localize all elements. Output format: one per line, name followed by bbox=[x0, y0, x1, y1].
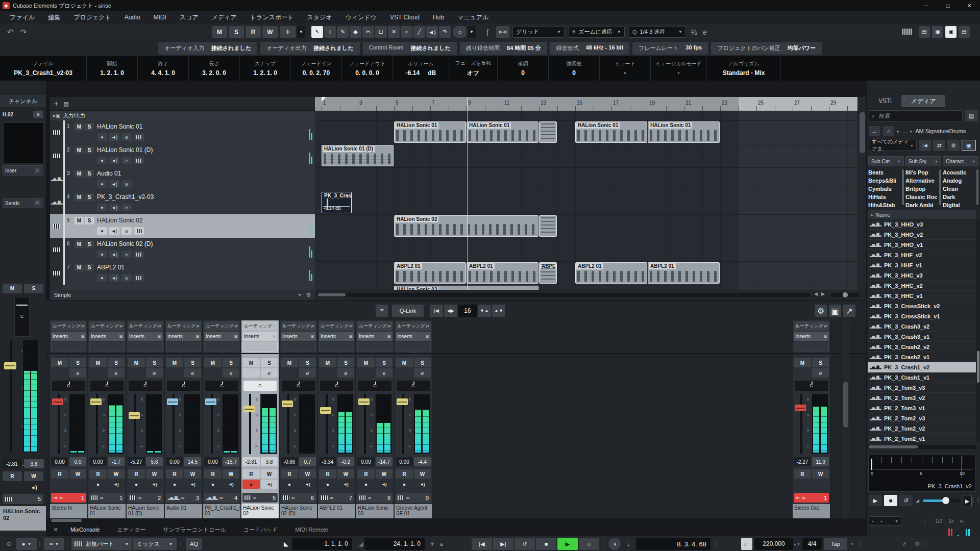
write-button[interactable]: W bbox=[24, 471, 43, 481]
info-field-8[interactable]: フェーズを反転オフ bbox=[449, 56, 498, 81]
scroll-right-icon[interactable]: ▶ bbox=[821, 291, 825, 296]
routing-rack[interactable]: ルーティング⇄ bbox=[396, 321, 431, 331]
strip-record-button[interactable]: ● bbox=[396, 480, 413, 489]
mixer-gear-icon[interactable]: ⚙ bbox=[815, 305, 827, 317]
strip-pan-control[interactable]: C bbox=[320, 381, 353, 391]
go-first-icon[interactable]: |◀ bbox=[430, 305, 443, 317]
menu-item-4[interactable]: MIDI bbox=[147, 11, 173, 23]
media-file-row[interactable]: ▂▅▂▇▂PK_3_CrossStick_v1 bbox=[868, 311, 976, 321]
snap-zero-cross-icon[interactable]: ʃ bbox=[482, 26, 493, 38]
instrument-button[interactable] bbox=[134, 227, 144, 235]
menu-item-8[interactable]: スタジオ bbox=[301, 11, 339, 23]
monitor-button[interactable]: ◄) bbox=[109, 204, 119, 211]
record-enable-button[interactable]: ● bbox=[97, 133, 107, 141]
instrument-button[interactable] bbox=[134, 251, 144, 258]
filter-item[interactable]: Beats bbox=[868, 168, 904, 177]
tempo-value[interactable]: 220.000 bbox=[754, 538, 793, 550]
midi-event[interactable]: HALion Sonic 03 bbox=[394, 286, 538, 290]
lower-zone-toggle[interactable]: ▣ bbox=[932, 26, 943, 38]
strip-solo-button[interactable]: S bbox=[414, 358, 431, 367]
strip-read-button[interactable]: R bbox=[128, 469, 145, 479]
strip-peak-value[interactable]: -15.7 bbox=[223, 457, 239, 466]
kebab-icon[interactable]: ⋮ bbox=[714, 538, 718, 550]
open-mixer-window-icon[interactable]: ↗ bbox=[843, 305, 855, 317]
fader-handle[interactable] bbox=[52, 398, 63, 405]
arranger-icon[interactable]: ◑ bbox=[608, 538, 621, 550]
punch-out-icon[interactable]: ▲ bbox=[438, 538, 445, 550]
aq-button[interactable]: AQ bbox=[186, 538, 202, 550]
record-enable-button[interactable]: ● bbox=[97, 180, 107, 188]
strip-read-button[interactable]: R bbox=[166, 469, 183, 479]
insert-slot[interactable] bbox=[794, 342, 829, 352]
midi-event[interactable]: HALion Sonic 01 bbox=[575, 121, 647, 143]
split-tool[interactable]: ✂ bbox=[362, 26, 374, 38]
mixer-strip-abpl2-01[interactable]: ルーティング⇄Inserts▣MSeC605∞-3.34-0.2RW●◄)∞7A… bbox=[318, 320, 355, 518]
menu-item-9[interactable]: ウィンドウ bbox=[339, 11, 383, 23]
strip-pan-control[interactable]: C bbox=[90, 381, 124, 391]
strip-write-button[interactable]: W bbox=[108, 469, 125, 479]
strip-record-button[interactable]: ● bbox=[128, 480, 145, 489]
strip-fader-value[interactable]: 0.00 bbox=[204, 457, 222, 466]
strip-name[interactable]: HALion Sonic 02 bbox=[241, 504, 279, 518]
track-row-3[interactable]: ▂▅▂▇▂3MSAudio 01●◄)e bbox=[50, 167, 315, 191]
info-field-11[interactable]: ミュート- bbox=[600, 56, 651, 81]
media-file-row[interactable]: ▂▅▂▇▂PK_2_Tom2_v2 bbox=[868, 423, 976, 434]
transport-gear-icon[interactable]: ⚙ bbox=[913, 538, 922, 550]
kebab-icon[interactable]: ⋮ bbox=[857, 538, 862, 550]
info-field-12[interactable]: ミュージカルモード- bbox=[651, 56, 707, 81]
auto-scroll-button[interactable]: ✛ bbox=[280, 26, 296, 38]
key-select[interactable]: -- ▼ bbox=[869, 516, 901, 525]
kebab-icon[interactable]: ⋮ bbox=[924, 538, 928, 550]
close-button[interactable]: ✕ bbox=[959, 0, 980, 11]
insert-slot[interactable] bbox=[128, 342, 163, 352]
left-locator-value[interactable]: 1. 1. 1. 0 bbox=[292, 538, 352, 550]
track-mute-button[interactable]: M bbox=[75, 170, 84, 178]
filter-item[interactable]: 80's Pop bbox=[905, 168, 941, 177]
filter-item[interactable]: Dark bbox=[943, 193, 978, 201]
track-picture[interactable] bbox=[3, 122, 44, 163]
inserts-rack[interactable]: Inserts▣ bbox=[51, 332, 86, 341]
read-button[interactable]: R bbox=[3, 471, 22, 481]
info-field-13[interactable]: アルゴリズムStandard - Mix bbox=[707, 56, 781, 81]
monitor-icon[interactable]: ◄) bbox=[24, 483, 43, 492]
fader-handle[interactable] bbox=[320, 407, 331, 414]
strip-pan-control[interactable]: C bbox=[397, 381, 430, 391]
filter-scrollbar[interactable] bbox=[902, 169, 904, 205]
strip-record-button[interactable]: ● bbox=[242, 480, 260, 489]
strip-fader[interactable]: 605∞ bbox=[358, 394, 373, 454]
go-end-button[interactable]: ▶| bbox=[493, 538, 513, 550]
record-mode-select[interactable]: ●▼ bbox=[16, 538, 37, 550]
strip-monitor-button[interactable]: ◄) bbox=[414, 480, 431, 489]
inserts-rack[interactable]: Inserts▣ bbox=[319, 332, 354, 341]
strip-mute-button[interactable]: M bbox=[51, 358, 68, 367]
filter-header-1[interactable]: Sub Sty.▼ bbox=[905, 156, 941, 166]
insert-slot[interactable] bbox=[204, 342, 239, 352]
strip-edit-button[interactable]: e bbox=[337, 368, 354, 378]
auto-scroll-dropdown[interactable]: ▼ bbox=[297, 26, 305, 38]
strip-edit-button[interactable]: e bbox=[184, 368, 201, 378]
scroll-left-icon[interactable]: ◀ bbox=[814, 291, 818, 296]
track-solo-button[interactable]: S bbox=[85, 193, 94, 201]
mixer-strip-halion-sonic-03[interactable]: ルーティング⇄Inserts▣MSeC605∞0.00-14.7RW●◄)∞8H… bbox=[356, 320, 394, 518]
track-settings-gear-icon[interactable]: ⚙ bbox=[302, 292, 315, 298]
status-4[interactable]: 録音形式48 kHz - 16 bit bbox=[550, 42, 629, 55]
strip-peak-value[interactable]: 14.5 bbox=[184, 457, 201, 466]
strip-monitor-button[interactable]: ◄) bbox=[337, 480, 354, 489]
menu-item-6[interactable]: メディア bbox=[205, 11, 243, 23]
inserts-rack[interactable]: Inserts▣ bbox=[396, 332, 431, 341]
inserts-rack[interactable]: Inserts▣ bbox=[794, 332, 829, 341]
event-display[interactable]: HALion Sonic 01HALion Sonic 01HALion Son… bbox=[315, 111, 857, 290]
strip-record-button[interactable]: ● bbox=[166, 480, 183, 489]
audio-record-mode[interactable]: ≈▼ bbox=[44, 538, 64, 550]
strip-write-button[interactable]: W bbox=[337, 469, 354, 479]
inserts-rack[interactable]: Inserts▣ bbox=[357, 332, 393, 341]
strip-fader[interactable]: 605∞ bbox=[52, 394, 67, 454]
shuffle-icon[interactable]: ⇄ bbox=[933, 140, 945, 151]
status-0[interactable]: オーディオ入力接続されました bbox=[158, 42, 257, 55]
track-solo-button[interactable]: S bbox=[85, 146, 94, 154]
fader-value[interactable]: -2.81 bbox=[2, 459, 22, 468]
media-file-row[interactable]: ▂▅▂▇▂PK_3_HHF_v1 bbox=[868, 260, 976, 270]
tempo-track-button[interactable]: ♩ bbox=[741, 538, 752, 550]
menu-item-11[interactable]: Hub bbox=[426, 11, 451, 23]
strip-pan-control[interactable]: C bbox=[358, 381, 391, 391]
